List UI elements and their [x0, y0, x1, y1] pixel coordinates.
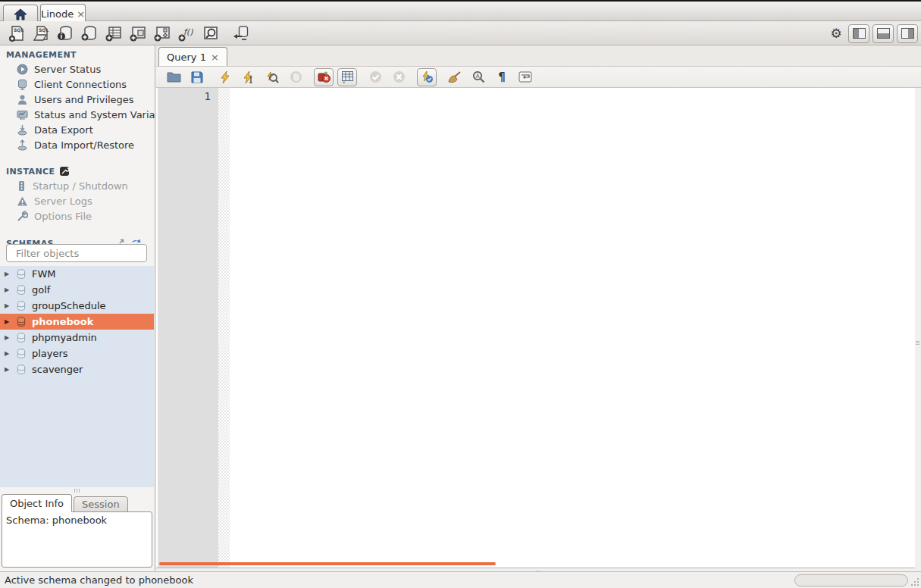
- sidebar-item-server-logs[interactable]: Server Logs: [0, 193, 155, 208]
- close-icon[interactable]: ×: [211, 52, 219, 62]
- expander-icon[interactable]: ▶: [5, 350, 11, 357]
- toggle-left-panel-button[interactable]: [848, 24, 869, 43]
- save-script-button[interactable]: [187, 68, 207, 86]
- schema-row-golf[interactable]: ▶ golf: [0, 282, 154, 298]
- progress-indicator: [794, 574, 908, 586]
- create-view-button[interactable]: [126, 23, 150, 44]
- tab-object-info[interactable]: Object Info: [2, 494, 72, 512]
- startup-shutdown-icon: [17, 180, 27, 192]
- autocommit-icon: [421, 70, 434, 83]
- tab-query-1[interactable]: Query 1 ×: [158, 47, 227, 66]
- explain-button[interactable]: [262, 68, 282, 86]
- query-tab-bar: Query 1 ×: [156, 45, 921, 66]
- toggle-bottom-panel-button[interactable]: [872, 24, 894, 43]
- expander-icon[interactable]: ▶: [5, 318, 11, 325]
- search-data-button[interactable]: [199, 23, 223, 44]
- schema-database-icon: [16, 364, 27, 375]
- open-script-icon: [167, 71, 181, 83]
- wrap-text-button[interactable]: [515, 68, 535, 86]
- execute-current-button[interactable]: [239, 68, 258, 86]
- create-table-button[interactable]: [102, 23, 126, 44]
- reconnect-dbms-icon: [231, 24, 251, 42]
- expander-icon[interactable]: ▶: [5, 302, 11, 309]
- toggle-right-panel-icon: [901, 28, 914, 39]
- create-schema-button[interactable]: [77, 23, 102, 44]
- client-connections-icon: [17, 79, 28, 90]
- open-sql-script-button[interactable]: SQL: [29, 23, 53, 44]
- sidebar-item-client-connections[interactable]: Client Connections: [0, 77, 155, 92]
- window-resize-grip[interactable]: [910, 577, 919, 586]
- commit-icon: [369, 70, 382, 83]
- autocommit-toggle[interactable]: [417, 68, 437, 86]
- open-script-button[interactable]: [164, 68, 183, 86]
- stop-on-error-toggle[interactable]: [314, 68, 334, 86]
- sidebar-item-data-import[interactable]: Data Import/Restore: [0, 137, 155, 152]
- editor-horizontal-scrollbar[interactable]: [159, 562, 496, 565]
- clear-button[interactable]: [445, 68, 465, 86]
- create-procedure-button[interactable]: [150, 23, 174, 44]
- rollback-button[interactable]: [389, 68, 409, 86]
- preferences-gear-icon[interactable]: ⚙: [827, 26, 845, 41]
- limit-rows-toggle[interactable]: [337, 68, 357, 86]
- sidebar-item-startup-shutdown[interactable]: Startup / Shutdown: [0, 178, 155, 193]
- sidebar-item-data-export[interactable]: Data Export: [0, 122, 155, 137]
- query-tab-label: Query 1: [167, 52, 206, 63]
- right-panel-splitter[interactable]: [915, 88, 921, 568]
- sidebar-item-server-status[interactable]: Server Status: [0, 61, 155, 77]
- execute-icon: [220, 70, 230, 84]
- create-function-icon: f(): [177, 24, 196, 42]
- svg-text:SQL: SQL: [14, 27, 23, 33]
- schema-row-players[interactable]: ▶ players: [0, 346, 154, 361]
- schema-row-fwm[interactable]: ▶ FWM: [0, 266, 154, 282]
- sidebar-item-system-variables[interactable]: Status and System Variables: [0, 107, 155, 122]
- new-sql-tab-button[interactable]: SQL: [5, 23, 29, 44]
- tab-session[interactable]: Session: [74, 496, 128, 512]
- query-area: Query 1 ×: [156, 45, 921, 571]
- reconnect-dbms-button[interactable]: [229, 23, 253, 44]
- svg-text:f(): f(): [183, 27, 193, 37]
- connection-tab-linode[interactable]: Linode ×: [40, 4, 86, 23]
- commit-button[interactable]: [365, 68, 385, 86]
- schema-name: scavenger: [32, 364, 83, 375]
- schema-filter-input[interactable]: [16, 248, 145, 259]
- sidebar-item-label: Server Status: [34, 64, 101, 75]
- sidebar-item-label: Startup / Shutdown: [33, 180, 128, 192]
- save-script-icon: [191, 71, 203, 83]
- schema-row-scavenger[interactable]: ▶ scavenger: [0, 361, 154, 377]
- invisibles-button[interactable]: ¶: [492, 68, 512, 86]
- sidebar-splitter-handle[interactable]: [0, 487, 154, 494]
- toggle-right-panel-button[interactable]: [897, 24, 918, 43]
- sidebar-item-label: Status and System Variables: [34, 109, 155, 120]
- sidebar-item-label: Data Export: [34, 124, 93, 136]
- data-import-icon: [17, 139, 28, 151]
- sidebar-item-users-privileges[interactable]: Users and Privileges: [0, 92, 155, 107]
- close-icon[interactable]: ×: [77, 9, 85, 19]
- connection-tab-label: Linode: [41, 8, 74, 20]
- new-sql-tab-icon: SQL: [8, 24, 26, 42]
- sql-editor[interactable]: 1: [156, 88, 915, 568]
- status-message: Active schema changed to phonebook: [5, 574, 193, 586]
- schema-name: golf: [32, 284, 50, 296]
- schema-database-icon: [16, 349, 27, 359]
- sidebar-item-options-file[interactable]: Options File: [0, 208, 155, 224]
- schema-filter-box: [6, 244, 147, 262]
- expander-icon[interactable]: ▶: [5, 366, 11, 373]
- schema-row-phpmyadmin[interactable]: ▶ phpmyadmin: [0, 330, 154, 346]
- execute-button[interactable]: [215, 68, 235, 86]
- expander-icon[interactable]: ▶: [5, 334, 11, 341]
- stop-button[interactable]: [286, 68, 305, 86]
- main-toolbar: SQL SQL i: [0, 21, 921, 45]
- create-view-icon: [129, 24, 147, 42]
- home-tab[interactable]: [3, 5, 38, 23]
- schema-row-groupschedule[interactable]: ▶ groupSchedule: [0, 298, 154, 314]
- status-bar: Active schema changed to phonebook: [0, 571, 921, 588]
- schema-database-icon: [16, 301, 27, 311]
- expander-icon[interactable]: ▶: [5, 271, 11, 277]
- schema-database-icon: [16, 285, 27, 296]
- find-button[interactable]: A: [468, 68, 488, 86]
- create-function-button[interactable]: f(): [174, 23, 199, 44]
- expander-icon[interactable]: ▶: [5, 286, 11, 293]
- line-number: 1: [158, 88, 218, 102]
- schema-row-phonebook[interactable]: ▶ phonebook: [0, 314, 154, 330]
- schema-inspector-button[interactable]: i: [53, 23, 77, 44]
